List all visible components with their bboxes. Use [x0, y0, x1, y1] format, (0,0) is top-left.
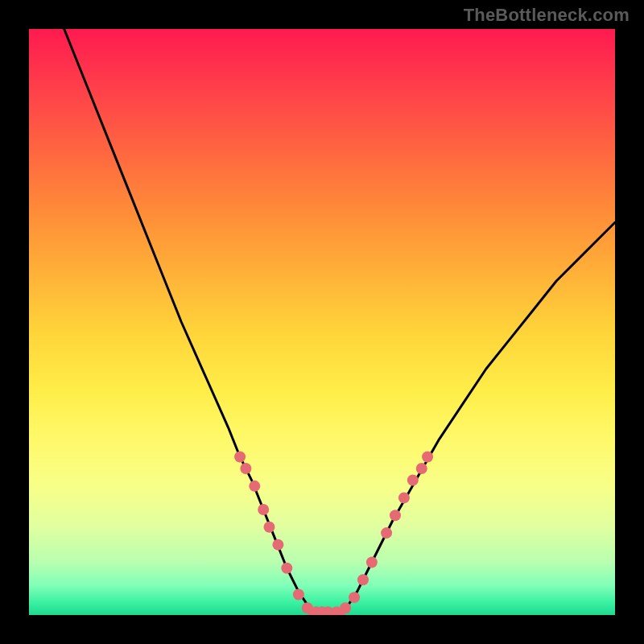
chart-plot-area [29, 29, 615, 615]
chart-frame: TheBottleneck.com [0, 0, 644, 644]
data-dot [357, 574, 369, 585]
data-dot [416, 463, 427, 474]
data-dot [293, 589, 304, 601]
data-dot [234, 451, 246, 462]
data-dot [390, 510, 401, 521]
data-dot [249, 481, 260, 492]
data-dot [263, 522, 275, 533]
branding-watermark: TheBottleneck.com [464, 5, 630, 26]
data-dot [381, 527, 392, 539]
data-dot [366, 556, 378, 568]
data-dot [398, 492, 410, 503]
bottleneck-curve [64, 29, 615, 615]
chart-svg [29, 29, 615, 615]
data-dot [240, 463, 251, 474]
data-dot [258, 504, 269, 515]
data-dot [281, 563, 292, 574]
data-dot [272, 539, 283, 551]
data-dot [340, 602, 351, 613]
data-dot [422, 451, 433, 462]
data-dot [349, 592, 360, 603]
data-dot [407, 475, 419, 486]
